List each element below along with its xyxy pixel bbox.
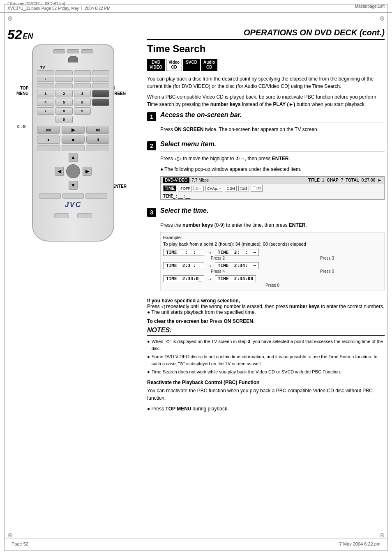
numpad-row2: 4 5 6 (37, 99, 109, 106)
num-5[interactable]: 5 (55, 99, 73, 106)
remote-body: TV + − (32, 44, 114, 242)
extra-btn3[interactable] (86, 145, 109, 151)
btn-prev[interactable]: ⏮ (37, 126, 60, 134)
small-row-btns (37, 193, 109, 199)
numpad-row4: 0 (37, 116, 109, 123)
num-empty4 (92, 116, 109, 123)
remote-top-btn2[interactable] (67, 49, 79, 53)
num-1[interactable]: 1 (37, 90, 54, 97)
dpad-center[interactable] (66, 164, 80, 178)
small-btn2[interactable] (62, 193, 84, 199)
small-btn1[interactable] (39, 193, 61, 199)
label-0-9: 0 - 9 (17, 124, 25, 129)
num-7[interactable]: 7 (37, 107, 54, 115)
num-4[interactable]: 4 (37, 99, 54, 106)
transport-row2: ● ■ ⏸ (37, 136, 109, 144)
num-empty (92, 107, 109, 115)
remote-btn-b[interactable] (55, 70, 73, 75)
num-9[interactable]: 9 (74, 107, 91, 115)
remote-btn-h[interactable] (55, 83, 73, 88)
remote-btn-g[interactable] (92, 77, 109, 82)
remote-btn-i[interactable] (74, 83, 91, 88)
btn-rec[interactable]: ● (37, 136, 60, 144)
small-btn3[interactable] (85, 193, 107, 199)
numpad-row3: 7 8 9 (37, 107, 109, 115)
remote-btn-f[interactable] (74, 77, 91, 82)
num-empty2 (37, 116, 54, 123)
remote-top-btn1[interactable] (53, 49, 65, 53)
numpad-row1: 1 2 3 (37, 90, 109, 97)
remote-brand: JVC (37, 200, 109, 209)
remote-minus-row: − (37, 83, 109, 88)
vol-down[interactable] (54, 213, 69, 218)
extra-btn1[interactable] (37, 145, 60, 151)
transport-row1: ⏮ ▶ ⏭ (37, 126, 109, 134)
dpad-down[interactable]: ▼ (69, 181, 78, 190)
num-2[interactable]: 2 (55, 90, 73, 97)
remote-top-btn3[interactable] (81, 49, 93, 53)
extra-btn2[interactable] (62, 145, 85, 151)
num-0[interactable]: 0 (55, 116, 73, 123)
num-8[interactable]: 8 (55, 107, 73, 115)
num-extra1[interactable] (92, 90, 109, 97)
dpad: ▲ ▼ ◀ ▶ (55, 153, 92, 190)
tv-label: TV (37, 65, 109, 69)
remote-btn-d[interactable] (92, 70, 109, 75)
remote-4btn-row (37, 70, 109, 75)
dpad-right[interactable]: ▶ (83, 167, 92, 176)
footer: Page 52 7 May 2004 6:22 pm (4, 539, 388, 549)
btn-play[interactable]: ▶ (62, 126, 85, 134)
remote-btn-j[interactable] (92, 83, 109, 88)
btn-next[interactable]: ⏭ (86, 126, 109, 134)
vol-up[interactable] (77, 213, 92, 218)
dpad-up[interactable]: ▲ (69, 153, 78, 162)
remote-btn-a[interactable] (37, 70, 54, 75)
remote-btn-c[interactable] (74, 70, 91, 75)
extra-btns-row (37, 145, 109, 151)
remote-btn-e[interactable] (55, 77, 73, 82)
num-6[interactable]: 6 (74, 99, 91, 106)
crosshair-bottom-right: ⊕ (379, 531, 385, 539)
btn-stop[interactable]: ■ (62, 136, 85, 144)
label-topmenu: TOP MENU (16, 85, 28, 96)
ir-dome (68, 56, 78, 62)
crosshair-bottom-left: ⊕ (7, 531, 13, 539)
remote-minus-btn[interactable]: − (37, 83, 54, 88)
footer-date: 7 May 2004 6:22 pm (339, 541, 380, 546)
footer-page: Page 52 (12, 541, 28, 546)
dpad-left[interactable]: ◀ (55, 167, 64, 176)
remote-container: TOP MENU ON SCREEN 0 - 9 ENTER (16, 44, 127, 242)
vol-row (37, 213, 109, 218)
num-extra2[interactable] (92, 99, 109, 106)
num-empty3 (74, 116, 91, 123)
remote-plus-btn[interactable]: + (37, 77, 54, 82)
btn-pause[interactable]: ⏸ (86, 136, 109, 144)
label-enter: ENTER (113, 184, 127, 189)
num-3[interactable]: 3 (74, 90, 91, 97)
remote-plusminus-row: + (37, 77, 109, 82)
